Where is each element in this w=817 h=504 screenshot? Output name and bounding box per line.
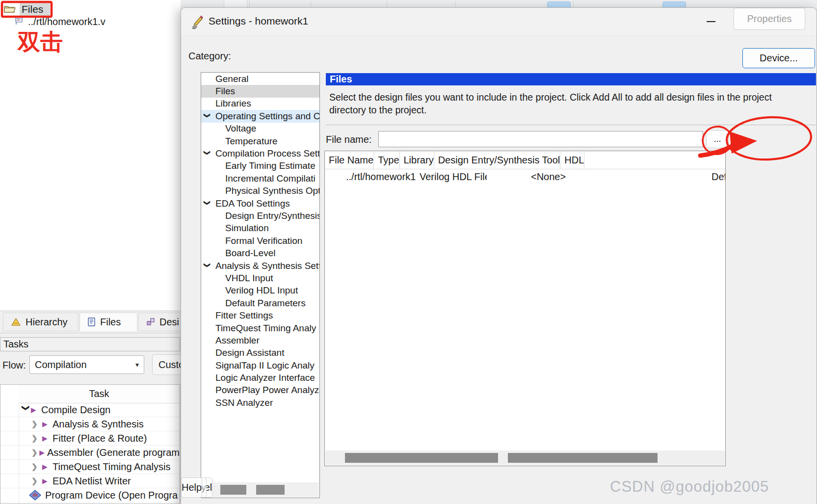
run-task-icon: ▶ bbox=[42, 434, 53, 442]
navigator-tab[interactable]: Files bbox=[79, 313, 137, 331]
task-row[interactable]: ❯ ▶ Compile Design bbox=[0, 403, 180, 417]
category-item[interactable]: ❯ Formal Verification bbox=[201, 235, 319, 247]
task-row[interactable]: ❯ ▶ TimeQuest Timing Analysis bbox=[0, 460, 180, 474]
category-item-label: PowerPlay Power Analyz bbox=[215, 385, 319, 396]
hierarchy-icon bbox=[11, 318, 21, 326]
category-item[interactable]: ❯ Board-Level bbox=[201, 247, 319, 259]
minimize-button[interactable] bbox=[699, 11, 723, 32]
category-item-label: Design Entry/Synthesis bbox=[225, 211, 319, 221]
task-row-label: Fitter (Place & Route) bbox=[53, 433, 147, 444]
run-task-icon: ▶ bbox=[42, 420, 53, 428]
file-icon bbox=[88, 318, 95, 326]
task-row[interactable]: ❯ ▶ Program Device (Open Progra bbox=[0, 488, 180, 503]
category-item[interactable]: ❯ Libraries bbox=[201, 98, 319, 110]
scrollbar-thumb[interactable] bbox=[256, 485, 285, 495]
task-row[interactable]: ❯ ▶ Fitter (Place & Route) bbox=[0, 431, 180, 446]
chevron-icon[interactable]: ❯ bbox=[31, 434, 42, 443]
category-item[interactable]: ❯ TimeQuest Timing Analy bbox=[201, 322, 319, 334]
scrollbar-thumb[interactable] bbox=[508, 453, 658, 463]
category-item[interactable]: ❯ Files bbox=[201, 85, 319, 97]
file-table-row[interactable]: ../rtl/homework1.v Verilog HDL File <Non… bbox=[325, 169, 725, 185]
category-list-hscrollbar[interactable] bbox=[202, 482, 319, 497]
category-item[interactable]: ❯ VHDL Input bbox=[201, 272, 319, 284]
verilog-file-icon bbox=[15, 16, 24, 27]
category-item[interactable]: ❯ Incremental Compilati bbox=[201, 172, 319, 185]
category-item[interactable]: ❯ SSN Analyzer bbox=[201, 397, 319, 409]
category-item[interactable]: ❯ Early Timing Estimate bbox=[201, 160, 319, 172]
category-item-label: Verilog HDL Input bbox=[225, 285, 298, 296]
chevron-down-icon[interactable]: ❯ bbox=[204, 200, 211, 206]
chevron-icon[interactable]: ❯ bbox=[31, 420, 42, 428]
category-item[interactable]: ❯ Design Assistant bbox=[201, 347, 319, 359]
file-table-column-header[interactable]: Design Entry/Synthesis Tool bbox=[434, 151, 561, 169]
file-table-column-header[interactable]: File Name bbox=[325, 151, 374, 169]
task-row-label: Assembler (Generate program bbox=[47, 447, 180, 458]
file-tree-item[interactable]: ../rtl/homework1.v bbox=[15, 16, 105, 27]
category-item[interactable]: ❯ Logic Analyzer Interface bbox=[201, 371, 319, 384]
page-description: Select the design files you want to incl… bbox=[329, 91, 773, 116]
design-units-icon bbox=[147, 318, 155, 326]
file-table-column-header[interactable]: HDL bbox=[560, 151, 584, 169]
chevron-down-icon[interactable]: ❯ bbox=[204, 263, 211, 268]
cell-file-name: ../rtl/homework1.v bbox=[325, 169, 416, 185]
category-item-label: Board-Level bbox=[225, 248, 275, 259]
dialog-title: Settings - homework1 bbox=[209, 15, 308, 27]
category-item[interactable]: ❯ Compilation Process Sett bbox=[201, 147, 319, 159]
dialog-titlebar[interactable]: Settings - homework1 ✕ bbox=[181, 8, 817, 36]
category-item-label: Assembler bbox=[215, 335, 260, 346]
navigator-tab[interactable]: Hierarchy bbox=[3, 313, 79, 331]
category-item[interactable]: ❯ Operating Settings and C bbox=[201, 110, 319, 122]
category-item-label: Simulation bbox=[225, 223, 269, 234]
category-item[interactable]: ❯ Temperature bbox=[201, 135, 319, 147]
chevron-down-icon[interactable]: ❯ bbox=[204, 113, 211, 118]
task-row-label: Program Device (Open Progra bbox=[45, 490, 178, 501]
category-item[interactable]: ❯ Default Parameters bbox=[201, 297, 319, 309]
category-item[interactable]: ❯ SignalTap II Logic Analy bbox=[201, 359, 319, 371]
dialog-footer-button[interactable]: Help bbox=[181, 477, 202, 498]
files-tree-root[interactable]: Files bbox=[4, 3, 50, 16]
chevron-icon[interactable]: ❯ bbox=[31, 477, 42, 485]
category-item[interactable]: ❯ General bbox=[201, 73, 319, 85]
task-row-label: EDA Netlist Writer bbox=[53, 476, 131, 487]
task-row[interactable]: ❯ ▶ Analysis & Synthesis bbox=[0, 417, 180, 431]
device-button[interactable]: Device... bbox=[742, 48, 815, 68]
flow-select[interactable]: Compilation ▾ bbox=[29, 355, 144, 374]
files-tree-root-label: Files bbox=[20, 3, 50, 16]
chevron-icon[interactable]: ❯ bbox=[31, 448, 39, 457]
scrollbar-thumb[interactable] bbox=[345, 453, 498, 463]
navigator-tab-label: Files bbox=[100, 317, 121, 328]
file-table-hscrollbar[interactable] bbox=[325, 451, 725, 465]
scrollbar-thumb[interactable] bbox=[220, 485, 246, 495]
browse-button[interactable]: ... bbox=[706, 130, 729, 148]
category-item-label: Design Assistant bbox=[215, 347, 284, 358]
category-item-label: Files bbox=[215, 86, 235, 97]
category-item-label: Physical Synthesis Opt bbox=[225, 186, 319, 196]
navigator-tab-bar: Hierarchy Files bbox=[0, 313, 181, 333]
chevron-icon[interactable]: ❯ bbox=[31, 462, 42, 471]
file-name-input[interactable] bbox=[378, 131, 703, 147]
category-item[interactable]: ❯ Design Entry/Synthesis bbox=[201, 210, 319, 222]
task-row[interactable]: ❯ ▶ Assembler (Generate program bbox=[0, 446, 180, 460]
category-item[interactable]: ❯ Analysis & Synthesis Sett bbox=[201, 260, 319, 272]
file-table-column-header[interactable]: Library bbox=[400, 151, 434, 169]
category-item[interactable]: ❯ Physical Synthesis Opt bbox=[201, 185, 319, 197]
double-click-annotation: 双击 bbox=[18, 27, 63, 57]
file-table-column-header[interactable]: Type bbox=[374, 151, 399, 169]
chevron-icon[interactable]: ❯ bbox=[22, 405, 30, 415]
file-table-header: File NameTypeLibraryDesign Entry/Synthes… bbox=[325, 151, 725, 169]
file-action-button[interactable]: Properties bbox=[734, 8, 805, 30]
category-item[interactable]: ❯ Fitter Settings bbox=[201, 309, 319, 321]
category-item[interactable]: ❯ Simulation bbox=[201, 222, 319, 235]
category-item-label: Formal Verification bbox=[225, 236, 302, 246]
chevron-down-icon[interactable]: ❯ bbox=[204, 150, 211, 156]
category-item[interactable]: ❯ Assembler bbox=[201, 334, 319, 346]
category-label: Category: bbox=[188, 51, 231, 62]
category-item[interactable]: ❯ Verilog HDL Input bbox=[201, 285, 319, 297]
tasks-column-header: Task bbox=[19, 385, 180, 403]
category-item[interactable]: ❯ PowerPlay Power Analyz bbox=[201, 384, 319, 397]
category-item[interactable]: ❯ EDA Tool Settings bbox=[201, 197, 319, 210]
file-name-label: File name: bbox=[326, 134, 371, 145]
navigator-tab[interactable]: Desi bbox=[138, 313, 183, 331]
category-item[interactable]: ❯ Voltage bbox=[201, 123, 319, 135]
task-row[interactable]: ❯ ▶ EDA Netlist Writer bbox=[0, 474, 180, 488]
